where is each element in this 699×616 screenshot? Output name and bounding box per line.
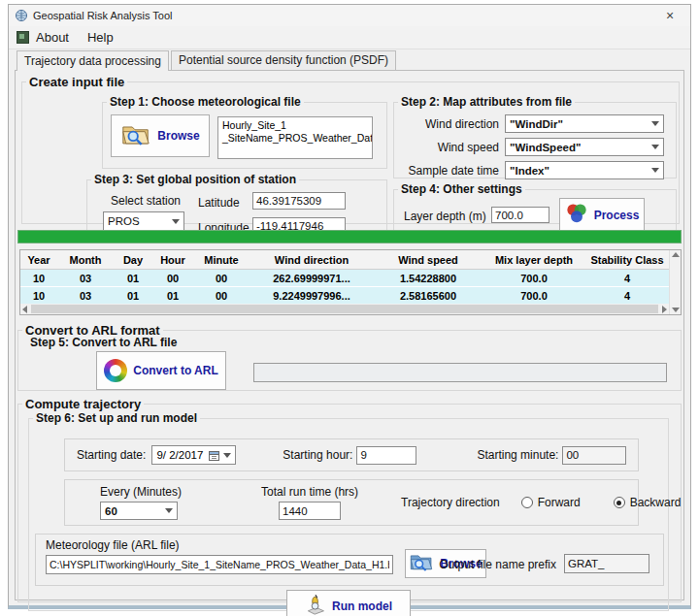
sample-date-time-select[interactable]: "Index" [505,161,664,179]
scroll-up-icon[interactable] [672,252,680,257]
wind-direction-value: "WindDir" [510,118,648,130]
scroll-down-icon[interactable] [672,308,680,312]
cell-year: 10 [20,290,57,302]
wind-speed-select[interactable]: "WindSpeed" [505,138,664,156]
col-year[interactable]: Year [20,254,57,266]
radio-forward[interactable]: Forward [521,496,581,509]
blue-folder-search-icon [409,552,434,575]
wind-speed-value: "WindSpeed" [510,142,648,153]
wind-speed-label: Wind speed [394,141,499,154]
run-model-icon [305,594,326,616]
sample-date-time-value: "Index" [510,165,648,177]
run-settings-panel: Every (Minutes) 60 Total run time (hrs) … [64,479,639,526]
met-file-label: Meteorology file (ARL file) [46,538,180,552]
cell-wind-speed: 1.54228800 [374,273,483,284]
layer-depth-input[interactable] [491,207,549,223]
chevron-down-icon [651,168,659,173]
station-value: PROS [108,215,168,227]
met-file-input[interactable] [46,555,393,574]
calendar-icon [209,450,219,461]
col-stability-class[interactable]: Stability Class [585,254,669,266]
cell-stability-class: 4 [585,290,669,302]
col-month[interactable]: Month [57,254,114,266]
step1-browse-label: Browse [157,129,199,143]
tab-trajectory-data-processing[interactable]: Trajectory data processing [17,50,169,71]
weather-data-table: Year Month Day Hour Minute Wind directio… [19,249,682,315]
col-hour[interactable]: Hour [152,254,193,266]
cell-month: 03 [57,290,114,302]
starting-date-picker[interactable]: 9/ 2/2017 [151,445,236,465]
create-input-file-legend: Create input file [26,75,127,89]
every-minutes-select[interactable]: 60 [100,502,178,520]
horizontal-scroll-thumb[interactable] [31,305,658,313]
horizontal-scrollbar[interactable] [20,304,669,314]
cell-day: 01 [114,290,152,302]
cell-stability-class: 4 [585,273,669,284]
chevron-down-icon [172,219,180,224]
menu-about[interactable]: About [34,28,78,47]
step6-title: Step 6: Set up and run model [33,411,200,425]
cell-minute: 00 [193,290,250,302]
radio-backward[interactable]: Backward [614,496,682,509]
tab-psdf[interactable]: Potential source density function (PSDF) [171,50,396,70]
step6-group: Step 6: Set up and run model Starting da… [28,411,669,611]
every-minutes-field: Every (Minutes) 60 [100,485,182,520]
table-row[interactable]: 10 03 01 00 00 262.69999971... 1.5422880… [20,270,669,287]
close-button[interactable]: × [655,8,684,23]
app-icon [15,9,28,22]
step2-group: Step 2: Map attributes from file Wind di… [393,95,677,178]
select-station-label: Select station [111,194,181,208]
convert-progress-bar [253,363,667,382]
compute-trajectory-group: Compute trajectory Step 6: Set up and ru… [17,397,682,602]
scroll-left-icon[interactable] [22,306,27,313]
convert-to-arl-button[interactable]: Convert to ARL [96,351,226,390]
step1-title: Step 1: Choose meteorological file [107,95,304,109]
scroll-right-icon[interactable] [662,306,667,313]
step1-browse-button[interactable]: Browse [111,114,210,157]
latitude-input[interactable] [252,192,346,210]
chevron-down-icon [651,121,659,126]
radio-forward-circle [521,497,533,508]
step3-group: Step 3: Set global position of station S… [86,173,387,233]
step1-group: Step 1: Choose meteorological file Brows… [102,95,387,169]
chevron-down-icon [651,145,659,149]
radio-forward-label: Forward [538,496,581,509]
cell-wind-direction: 262.69999971... [250,273,374,284]
output-prefix-label: Output file name prefix [439,558,556,571]
starting-hour-label: Starting hour: [283,448,352,462]
col-day[interactable]: Day [114,254,152,266]
radio-backward-circle [614,497,625,508]
total-run-time-label: Total run time (hrs) [261,485,358,499]
tab-page-content: Create input file Step 1: Choose meteoro… [15,70,684,600]
vertical-scrollbar[interactable] [669,250,681,314]
starting-hour-input[interactable] [356,446,416,465]
run-model-button[interactable]: Run model [286,590,411,616]
process-label: Process [594,209,640,222]
folder-search-icon [120,122,151,150]
col-wind-speed[interactable]: Wind speed [374,254,483,266]
convert-to-arl-group: Convert to ARL format Step 5: Convert to… [17,323,682,391]
wind-direction-select[interactable]: "WindDir" [505,114,664,133]
rgb-circles-icon [565,203,588,228]
menu-help[interactable]: Help [78,28,122,47]
app-window: Geospatial Risk Analysis Tool × About He… [8,4,691,609]
cell-hour: 00 [152,273,193,284]
radio-backward-label: Backward [630,496,682,509]
col-wind-direction[interactable]: Wind direction [250,254,374,266]
col-minute[interactable]: Minute [193,254,250,266]
col-mix-layer-depth[interactable]: Mix layer depth [483,254,585,266]
starting-minute-input[interactable] [562,446,626,465]
total-run-time-input[interactable] [279,502,341,520]
table-row[interactable]: 10 03 01 01 00 9.2249997996... 2.5816560… [20,287,669,305]
cell-month: 03 [57,273,114,284]
output-prefix-input[interactable] [564,554,649,573]
menu-bar: About Help [9,26,690,49]
latitude-label: Latitude [198,196,240,210]
chevron-down-icon [223,453,231,458]
wind-direction-label: Wind direction [394,117,499,131]
start-time-panel: Starting date: 9/ 2/2017 Starting hour: … [64,438,639,471]
total-run-time-field: Total run time (hrs) [261,485,358,520]
run-model-label: Run model [332,600,392,613]
station-select[interactable]: PROS [103,211,184,231]
process-button[interactable]: Process [559,198,645,233]
